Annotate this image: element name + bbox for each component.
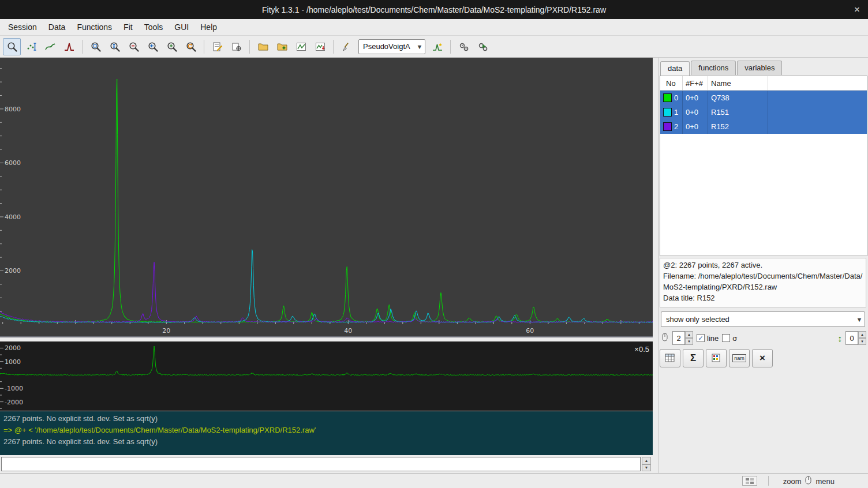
sidebar: data functions variables No #F+# Name 0 … [658, 58, 868, 473]
add-peak-mode-button[interactable] [60, 38, 78, 55]
aux-plot-canvas[interactable]: 20001000-1000-2000 [0, 341, 653, 411]
toolbar-separator [333, 40, 334, 54]
spin-up-icon: ▲ [642, 457, 651, 464]
menu-help[interactable]: Help [194, 19, 223, 35]
statusbar: zoom menu [0, 473, 868, 488]
menu-session[interactable]: Session [2, 19, 43, 35]
dataset-color-swatch[interactable] [663, 122, 672, 131]
content-area: 2040602000400060008000 20001000-1000-200… [0, 58, 868, 473]
toolbar: PseudoVoigtA ▼ [0, 36, 868, 58]
info-points: @2: 2267 points, 2267 active. [663, 260, 863, 271]
function-type-dropdown[interactable]: PseudoVoigtA ▼ [358, 39, 425, 54]
dataset-info: @2: 2267 points, 2267 active. Filename: … [660, 258, 866, 307]
dataset-list-header: No #F+# Name [660, 76, 867, 91]
dataset-color-swatch[interactable] [663, 93, 672, 102]
dataset-color-swatch[interactable] [663, 108, 672, 117]
run-fit-button[interactable] [474, 38, 492, 55]
titlebar: Fityk 1.3.1 - /home/aleplo/test/Document… [0, 0, 868, 19]
open-data-button[interactable] [254, 38, 272, 55]
aux-scale-label: ×0.5 [634, 345, 649, 354]
zoom-vertical-button[interactable] [106, 38, 124, 55]
command-history-spinner[interactable]: ▲▼ [642, 457, 651, 471]
menu-data[interactable]: Data [43, 19, 72, 35]
chevron-down-icon: ▼ [414, 43, 425, 50]
toolbar-separator [249, 40, 250, 54]
delete-dataset-button[interactable]: × [752, 349, 773, 367]
svg-text:6000: 6000 [5, 159, 21, 167]
pane-splitter[interactable] [653, 58, 658, 473]
zoom-mode-button[interactable] [3, 38, 21, 55]
sum-transform-button[interactable]: Σ [683, 349, 704, 367]
svg-text:1000: 1000 [5, 358, 21, 366]
data-table-button[interactable] [660, 349, 680, 367]
column-no: No [660, 76, 683, 90]
filter-dropdown[interactable]: show only selected ▼ [661, 311, 865, 327]
svg-text:8000: 8000 [5, 106, 21, 113]
zoom-previous-button[interactable] [144, 38, 162, 55]
tab-data[interactable]: data [660, 61, 690, 76]
zoom-in-button[interactable] [163, 38, 181, 55]
window-title: Fityk 1.3.1 - /home/aleplo/test/Document… [262, 5, 606, 14]
menu-fit[interactable]: Fit [118, 19, 139, 35]
sidebar-tabs: data functions variables [660, 61, 783, 75]
close-button[interactable]: × [854, 0, 860, 19]
svg-text:2000: 2000 [5, 344, 21, 352]
export-plot-button[interactable] [292, 38, 310, 55]
point-size-icon [661, 332, 669, 344]
spin-up-icon: ▲ [685, 331, 693, 338]
spin-down-icon: ▼ [642, 464, 651, 472]
toolbar-separator [82, 40, 83, 54]
menu-functions[interactable]: Functions [71, 19, 118, 35]
background-mode-button[interactable] [41, 38, 59, 55]
zoom-out-button[interactable] [125, 38, 143, 55]
sigma-checkbox[interactable]: σ [722, 334, 737, 343]
point-size-spinner[interactable]: 2 ▲▼ [672, 331, 693, 345]
menu-tools[interactable]: Tools [139, 19, 169, 35]
left-click-hint: zoom [783, 477, 802, 486]
column-name: Name [708, 76, 768, 90]
rename-dataset-button[interactable]: nam [729, 349, 750, 367]
script-editor-button[interactable] [208, 38, 226, 55]
clear-button[interactable] [338, 38, 356, 55]
shift-spinner[interactable]: 0 ▲▼ [845, 331, 866, 345]
tab-variables[interactable]: variables [737, 61, 782, 75]
dataset-row[interactable]: 2 0+0 R152 [660, 119, 867, 134]
dataset-list[interactable]: No #F+# Name 0 0+0 Q738 1 0+0 R151 2 0+0 [660, 76, 867, 256]
dataset-row[interactable]: 1 0+0 R151 [660, 105, 867, 119]
statusbar-separator [768, 476, 769, 486]
console-line: 2267 points. No explicit std. dev. Set a… [3, 413, 649, 425]
command-input[interactable] [1, 457, 641, 471]
zoom-undo-button[interactable] [182, 38, 200, 55]
main-plot[interactable]: 2040602000400060008000 [0, 58, 653, 337]
zoom-all-button[interactable] [87, 38, 104, 55]
fit-settings-button[interactable] [455, 38, 473, 55]
data-range-mode-button[interactable] [22, 38, 40, 55]
spin-down-icon: ▼ [858, 338, 866, 345]
fityk-window: Fityk 1.3.1 - /home/aleplo/test/Document… [0, 0, 868, 488]
spin-down-icon: ▼ [685, 338, 693, 345]
data-edit-button[interactable] [706, 349, 727, 367]
filter-dropdown-value: show only selected [666, 315, 729, 324]
aux-plot[interactable]: 20001000-1000-2000 ×0.5 [0, 341, 653, 411]
auto-add-peak-button[interactable] [428, 38, 446, 55]
dataset-buttons: Σ nam × [660, 349, 773, 367]
menu-gui[interactable]: GUI [169, 19, 194, 35]
append-data-button[interactable] [273, 38, 291, 55]
statusbar-mode-button[interactable] [742, 476, 757, 486]
gui-settings-button[interactable] [227, 38, 245, 55]
toolbar-separator [450, 40, 451, 54]
data-shift-icon: ↕ [838, 333, 843, 343]
toolbar-separator [204, 40, 204, 54]
svg-text:2000: 2000 [5, 267, 21, 275]
chevron-down-icon: ▼ [854, 316, 865, 323]
spin-up-icon: ▲ [858, 331, 866, 338]
mouse-hints: zoom menu [783, 474, 835, 488]
save-image-button[interactable] [311, 38, 329, 55]
svg-text:-2000: -2000 [5, 399, 23, 406]
line-checkbox[interactable]: ✓ line [697, 334, 719, 343]
tab-functions[interactable]: functions [691, 61, 736, 75]
function-type-value: PseudoVoigtA [363, 42, 410, 51]
output-console[interactable]: 2267 points. No explicit std. dev. Set a… [0, 411, 653, 455]
dataset-row[interactable]: 0 0+0 Q738 [660, 91, 867, 105]
mouse-icon [805, 476, 811, 486]
